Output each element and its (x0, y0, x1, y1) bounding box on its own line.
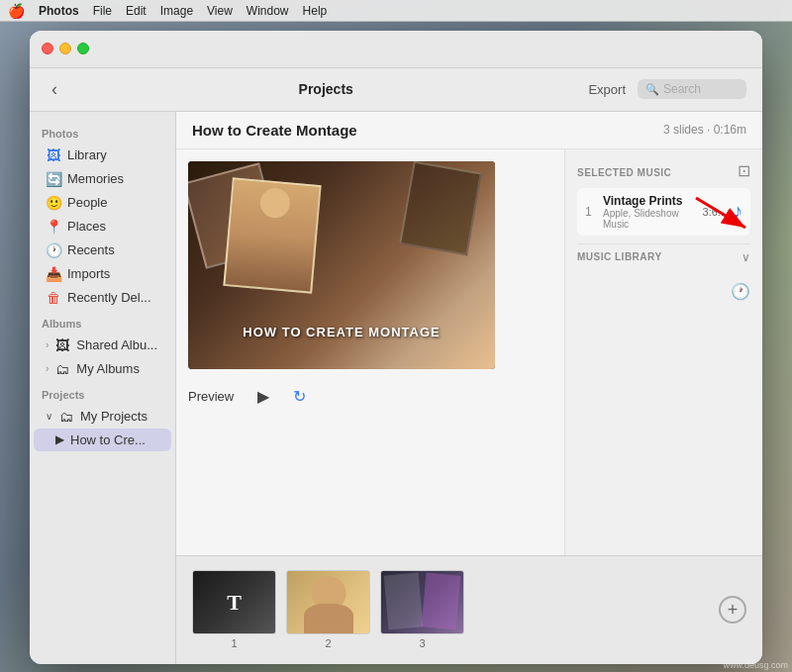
shared-albums-icon: 🖼 (54, 337, 70, 353)
clock-icon[interactable]: 🕐 (731, 282, 750, 301)
music-selected-area: 1 Vintage Prints Apple, Slideshow Music … (577, 188, 750, 236)
track-subtitle: Apple, Slideshow Music (603, 208, 697, 230)
thumb-label-2: 2 (325, 637, 331, 649)
track-number: 1 (585, 205, 597, 219)
albums-section-label: Albums (30, 310, 175, 334)
my-albums-icon: 🗂 (54, 361, 70, 377)
menu-view[interactable]: View (207, 4, 233, 18)
menu-help[interactable]: Help (303, 4, 328, 18)
memories-icon: 🔄 (46, 171, 61, 187)
search-icon: 🔍 (645, 83, 659, 96)
recently-deleted-icon: 🗑 (46, 290, 61, 306)
sidebar-label-my-albums: My Albums (76, 361, 140, 376)
note-icon: ♪ (733, 200, 742, 223)
thumbnail-1[interactable]: T 1 (192, 570, 276, 649)
expand-chevron3: ∨ (46, 411, 52, 422)
music-library-row[interactable]: MUSIC LIBRARY ∨ (577, 243, 750, 270)
play-button[interactable]: ▶ (249, 383, 277, 411)
expand-chevron: › (46, 339, 49, 350)
project-title: How to Create Montage (192, 122, 357, 139)
music-track-row[interactable]: 1 Vintage Prints Apple, Slideshow Music … (577, 188, 750, 236)
people-icon: 🙂 (46, 195, 61, 211)
sidebar-label-places: Places (67, 219, 106, 234)
sidebar-item-memories[interactable]: 🔄 Memories (34, 167, 171, 191)
track-name: Vintage Prints (603, 194, 697, 208)
music-library-label: MUSIC LIBRARY (577, 251, 662, 262)
how-to-cre-icon: ▶ (55, 432, 64, 446)
project-meta: 3 slides · 0:16m (663, 123, 746, 137)
sidebar-label-imports: Imports (67, 266, 110, 281)
thumbnail-2[interactable]: 2 (286, 570, 370, 649)
sidebar-item-people[interactable]: 🙂 People (34, 191, 171, 215)
video-title-text: How to Create Montage (243, 325, 440, 339)
export-button[interactable]: Export (588, 82, 626, 97)
track-info: Vintage Prints Apple, Slideshow Music (603, 194, 697, 230)
title-slide-icon: T (227, 590, 242, 616)
preview-button[interactable]: Preview (188, 389, 234, 404)
photos-section-label: Photos (30, 120, 175, 144)
sidebar-item-library[interactable]: 🖼 Library (34, 144, 171, 167)
music-panel: SELECTED MUSIC ⊡ 1 Vintage Prints Apple,… (564, 149, 762, 555)
toolbar-title: Projects (75, 81, 576, 97)
thumb-img-2 (286, 570, 370, 634)
close-button[interactable] (42, 43, 53, 54)
sidebar-label-people: People (67, 195, 107, 210)
my-projects-icon: 🗂 (58, 409, 74, 425)
track-duration: 3:6... (703, 206, 727, 218)
sidebar: Photos 🖼 Library 🔄 Memories 🙂 People 📍 P… (30, 112, 176, 664)
selected-music-label: SELECTED MUSIC (577, 167, 671, 178)
menu-file[interactable]: File (93, 4, 112, 18)
thumb-label-1: 1 (231, 637, 237, 649)
add-slide-button[interactable]: + (719, 596, 746, 624)
project-header: How to Create Montage 3 slides · 0:16m (176, 112, 762, 149)
video-preview: How to Create Montage (188, 161, 495, 369)
video-controls: Preview ▶ ↻ (188, 379, 552, 415)
imports-icon: 📥 (46, 266, 61, 282)
sidebar-label-library: Library (67, 147, 107, 162)
loop-button[interactable]: ↻ (293, 387, 306, 406)
maximize-button[interactable] (77, 43, 89, 54)
back-button[interactable]: ‹ (46, 77, 63, 102)
sidebar-item-my-projects[interactable]: ∨ 🗂 My Projects (34, 405, 171, 429)
menu-edit[interactable]: Edit (126, 4, 147, 18)
sidebar-item-shared-albums[interactable]: › 🖼 Shared Albu... (34, 334, 171, 357)
library-icon: 🖼 (46, 147, 61, 163)
sidebar-item-my-albums[interactable]: › 🗂 My Albums (34, 357, 171, 381)
menu-image[interactable]: Image (160, 4, 193, 18)
menu-photos[interactable]: Photos (39, 4, 79, 18)
sidebar-label-recents: Recents (67, 242, 115, 257)
chevron-down-icon: ∨ (742, 250, 750, 264)
sidebar-label-memories: Memories (67, 171, 124, 186)
sidebar-item-places[interactable]: 📍 Places (34, 215, 171, 239)
recents-icon: 🕐 (46, 242, 61, 258)
thumbnail-strip: T 1 2 3 (176, 555, 762, 664)
search-bar[interactable]: 🔍 Search (638, 79, 746, 99)
sidebar-item-imports[interactable]: 📥 Imports (34, 262, 171, 286)
sidebar-label-how-to-cre: How to Cre... (70, 432, 146, 447)
expand-chevron2: › (46, 363, 49, 374)
slideshow-area: How to Create Montage Preview ▶ ↻ (176, 149, 564, 555)
menu-window[interactable]: Window (247, 4, 289, 18)
sidebar-item-how-to-cre[interactable]: ▶ How to Cre... (34, 429, 171, 451)
folder-icon[interactable]: ⊡ (738, 161, 750, 180)
projects-section-label: Projects (30, 381, 175, 405)
watermark: www.deusg.com (723, 660, 788, 670)
thumbnail-3[interactable]: 3 (380, 570, 464, 649)
sidebar-label-recently-deleted: Recently Del... (67, 290, 151, 305)
apple-menu[interactable]: 🍎 (8, 3, 25, 19)
thumb-img-1: T (192, 570, 276, 634)
search-placeholder: Search (663, 82, 701, 96)
minimize-button[interactable] (59, 43, 71, 54)
sidebar-label-my-projects: My Projects (80, 409, 148, 424)
sidebar-label-shared-albums: Shared Albu... (76, 337, 157, 352)
main-content: How to Create Montage 3 slides · 0:16m (176, 112, 762, 664)
thumb-img-3 (380, 570, 464, 634)
sidebar-item-recently-deleted[interactable]: 🗑 Recently Del... (34, 286, 171, 310)
thumb-label-3: 3 (419, 637, 425, 649)
places-icon: 📍 (46, 219, 61, 235)
sidebar-item-recents[interactable]: 🕐 Recents (34, 239, 171, 262)
